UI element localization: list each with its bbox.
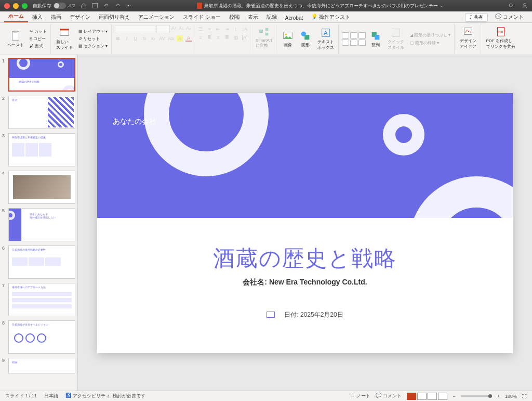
clear-format-icon[interactable]: Aₓ	[185, 25, 192, 31]
company-placeholder[interactable]: あなたの会社	[113, 117, 156, 126]
subscript-button[interactable]: x₂	[150, 35, 156, 42]
spacing-button[interactable]: AV	[159, 35, 165, 42]
bold-button[interactable]: B	[115, 35, 121, 42]
reset-button[interactable]: ↺リセット	[77, 35, 109, 42]
tab-design[interactable]: デザイン	[65, 12, 95, 22]
thumbnail-slide-1[interactable]: 酒蔵の歴史と戦略	[8, 58, 75, 92]
autosave-toggle[interactable]: 自動保存 オフ	[33, 3, 75, 9]
copy-button[interactable]: ⎘コピー	[28, 35, 48, 42]
reading-view-button[interactable]	[428, 393, 437, 400]
slide-subtitle[interactable]: 会社名: New Era Technology Co.Ltd.	[97, 278, 513, 287]
language-status[interactable]: 日本語	[44, 393, 58, 399]
shape-gallery[interactable]	[342, 32, 366, 46]
thumbnail-slide-4[interactable]	[8, 171, 75, 204]
cut-button[interactable]: ✂カット	[28, 28, 48, 35]
sorter-view-button[interactable]	[417, 393, 427, 400]
align-center-button[interactable]: ≣	[206, 34, 212, 41]
line-spacing-button[interactable]: ↕	[233, 26, 239, 32]
decrease-font-icon[interactable]: A↓	[178, 25, 184, 31]
tab-insert[interactable]: 挿入	[28, 12, 47, 22]
comments-button[interactable]: 💬コメント	[491, 12, 528, 22]
slideshow-view-button[interactable]	[438, 393, 447, 400]
columns-button[interactable]: ▥	[233, 34, 239, 41]
smartart-button[interactable]: SmartArt に変換	[254, 25, 274, 49]
new-slide-button[interactable]: 新しい スライド	[54, 26, 75, 51]
close-window-button[interactable]	[4, 3, 10, 9]
title-chevron-icon[interactable]: ⌄	[440, 4, 443, 8]
shape-outline-button[interactable]: ▢図形の枠線▾	[408, 40, 452, 46]
design-ideas-button[interactable]: デザイン アイデア	[458, 25, 478, 50]
slide-date-row[interactable]: 日付: 2025年2月20日	[97, 311, 513, 319]
tab-home[interactable]: ホーム	[4, 11, 28, 22]
tab-record[interactable]: 記録	[262, 12, 281, 22]
align-left-button[interactable]: ≡	[197, 34, 204, 41]
thumbnail-slide-6[interactable]: 朱雀酒造の海外戦略の必要性	[8, 245, 75, 279]
zoom-out-button[interactable]: −	[453, 394, 455, 399]
autosave-switch[interactable]	[54, 3, 66, 9]
slide-canvas-area[interactable]: あなたの会社 酒蔵の歴史と戦略 会社名: New Era Technology …	[78, 55, 532, 391]
zoom-level[interactable]: 188%	[505, 394, 517, 399]
notes-button[interactable]: ≐ノート	[351, 393, 370, 399]
paste-button[interactable]: ペースト	[5, 29, 26, 49]
tab-review[interactable]: 校閲	[225, 12, 244, 22]
align-text-button[interactable]: [A]	[242, 34, 248, 41]
tab-transitions[interactable]: 画面切り替え	[95, 12, 134, 22]
tab-animations[interactable]: アニメーション	[134, 12, 179, 22]
tab-view[interactable]: 表示	[244, 12, 262, 22]
picture-button[interactable]: 画像	[280, 29, 296, 49]
tell-me[interactable]: 💡操作アシスト	[307, 12, 354, 22]
arrange-button[interactable]: 整列	[368, 29, 383, 49]
indent-inc-button[interactable]: ⇥	[224, 26, 230, 32]
minimize-window-button[interactable]	[13, 3, 19, 9]
shape-fill-button[interactable]: ◢図形の塗りつぶし▾	[408, 32, 452, 38]
text-direction-button[interactable]: ↓A	[242, 26, 248, 32]
indent-dec-button[interactable]: ⇤	[215, 26, 221, 32]
normal-view-button[interactable]	[407, 393, 416, 400]
slide-title[interactable]: 酒蔵の歴史と戦略	[97, 244, 513, 273]
section-button[interactable]: ▤セクション▾	[77, 43, 109, 49]
strike-button[interactable]: S	[141, 35, 148, 42]
underline-button[interactable]: U	[132, 35, 139, 42]
align-right-button[interactable]: ≡	[215, 34, 221, 41]
tab-draw[interactable]: 描画	[47, 12, 65, 22]
justify-button[interactable]: ≣	[224, 34, 230, 41]
case-button[interactable]: Aa	[168, 35, 174, 42]
account-icon[interactable]	[522, 3, 528, 9]
bullets-button[interactable]: ☰	[197, 26, 204, 32]
thumbnail-slide-7[interactable]: 海外市場へのアプローチ方法	[8, 283, 75, 316]
search-icon[interactable]	[508, 3, 514, 9]
font-size-select[interactable]	[156, 25, 170, 33]
highlight-button[interactable]: A	[177, 35, 183, 42]
font-color-button[interactable]: A	[185, 35, 192, 42]
thumbnail-slide-8[interactable]: 朱雀酒造が目指すべきビジョン	[8, 320, 75, 354]
slide-counter[interactable]: スライド 1 / 11	[5, 393, 37, 399]
undo-icon[interactable]	[103, 3, 110, 9]
thumbnail-slide-2[interactable]: 目次	[8, 96, 75, 129]
numbering-button[interactable]: ≡	[206, 26, 212, 32]
zoom-slider[interactable]	[461, 395, 492, 397]
fit-slide-button[interactable]: ⛶	[522, 394, 527, 399]
tab-slideshow[interactable]: スライド ショー	[179, 12, 225, 22]
thumbnail-slide-9[interactable]: 結論	[8, 358, 75, 373]
zoom-in-button[interactable]: +	[497, 394, 500, 399]
maximize-window-button[interactable]	[22, 3, 28, 9]
accessibility-status[interactable]: ♿アクセシビリティ: 検討が必要です	[65, 393, 145, 399]
font-family-select[interactable]	[115, 25, 155, 33]
slide-thumbnails-panel[interactable]: 1 酒蔵の歴史と戦略 2 目次 3 鳥取県境港と朱雀酒造の歴史 4 5	[0, 55, 78, 391]
share-button[interactable]: ⤴共有	[465, 13, 488, 22]
redo-icon[interactable]	[115, 3, 121, 9]
tab-acrobat[interactable]: Acrobat	[281, 14, 307, 22]
slide-main[interactable]: あなたの会社 酒蔵の歴史と戦略 会社名: New Era Technology …	[97, 93, 513, 353]
create-pdf-button[interactable]: PDFPDF を作成し てリンクを共有	[484, 25, 517, 50]
home-icon[interactable]	[81, 3, 87, 9]
comments-status-button[interactable]: 💬コメント	[376, 393, 402, 399]
qat-more-icon[interactable]: ⋯	[126, 3, 131, 8]
textbox-button[interactable]: Aテキスト ボックス	[315, 26, 336, 51]
thumbnail-slide-3[interactable]: 鳥取県境港と朱雀酒造の歴史	[8, 133, 75, 166]
quickstyle-button[interactable]: クイック スタイル	[385, 26, 406, 51]
layout-button[interactable]: ▦レイアウト▾	[77, 28, 109, 35]
shapes-button[interactable]: 図形	[298, 29, 313, 49]
save-icon[interactable]	[92, 3, 98, 9]
format-painter-button[interactable]: 🖌書式	[28, 43, 48, 49]
thumbnail-slide-5[interactable]: 日本のみならず 海外進出を目指したい	[8, 208, 75, 241]
